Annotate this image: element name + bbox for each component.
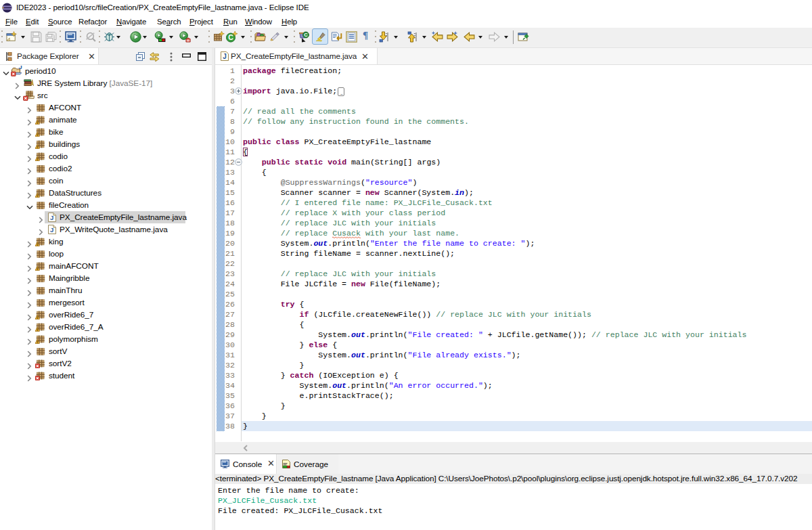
svg-text:C: C bbox=[228, 33, 233, 41]
svg-text:J: J bbox=[223, 53, 227, 60]
svg-text:J: J bbox=[18, 66, 22, 70]
svg-text:J: J bbox=[50, 226, 53, 234]
svg-text:J: J bbox=[50, 214, 53, 221]
svg-text:C: C bbox=[304, 32, 308, 38]
